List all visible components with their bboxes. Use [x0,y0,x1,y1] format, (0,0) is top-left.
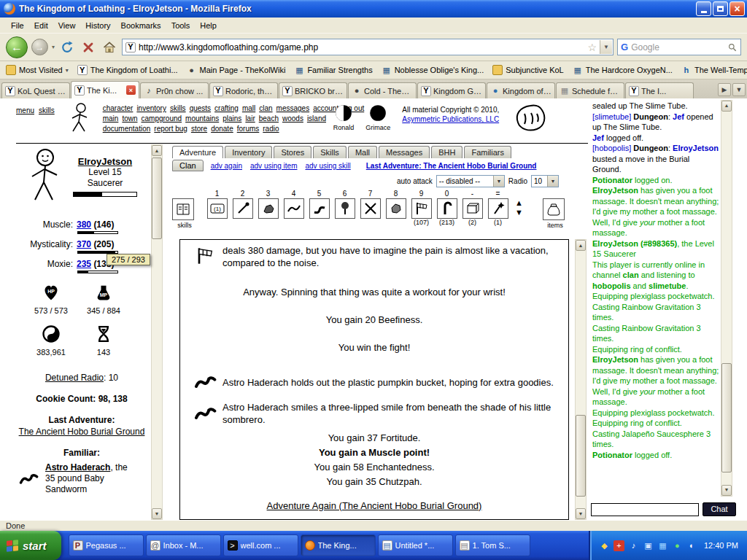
hotbar-slot[interactable]: =(1) [485,190,511,227]
menu-tools[interactable]: Tools [166,19,196,32]
hotbar-slot[interactable]: 2 [230,190,255,227]
hotbar-up-icon[interactable]: ▲ [515,198,523,207]
chat-input[interactable] [591,503,699,516]
start-button[interactable]: start [0,531,61,560]
scrollbar-thumb[interactable] [576,415,586,497]
main-tab-familiars[interactable]: Familiars [464,146,511,158]
menu-bookmarks[interactable]: Bookmarks [116,19,166,32]
menu-file[interactable]: File [6,19,29,32]
top-link-mountains[interactable]: mountains [185,114,219,122]
main-tab-mall[interactable]: Mall [348,146,377,158]
menu-help[interactable]: Help [195,19,222,32]
top-link-clan[interactable]: clan [259,104,272,112]
hotbar-slot[interactable]: 1(1) [204,190,230,227]
main-tab-skills[interactable]: Skills [313,146,347,158]
browser-tab[interactable]: YKingdom Ga... [417,82,486,98]
adventure-again-link[interactable]: Adventure Again (The Ancient Hobo Burial… [267,500,482,511]
search-placeholder[interactable]: Google [631,42,724,52]
bookmark-item[interactable]: Subjunctive KoL [491,63,565,77]
stat-value-link[interactable]: 370 [77,239,91,249]
top-link-town[interactable]: town [122,114,137,122]
hotbar-slot[interactable]: 0(213) [434,190,460,227]
hotbar-slot[interactable]: 5 [306,190,332,227]
top-link-messages[interactable]: messages [276,104,310,112]
familiar-name-link[interactable]: Astro Haderach [45,462,110,472]
radio-select[interactable]: 10▼ [531,175,559,187]
top-link-menu[interactable]: menu [16,106,34,114]
volume-tray-icon[interactable]: ♪ [628,540,639,551]
last-adventure-charpane-link[interactable]: The Ancient Hobo Burial Ground [19,427,145,437]
bookmark-star-icon[interactable]: ☆ [587,42,597,52]
scroll-up-icon[interactable]: ▲ [721,101,732,112]
taskbar-button[interactable]: @Inbox - M... [146,534,221,556]
messenger-tray-icon[interactable]: ● [672,540,683,551]
bookmark-item[interactable]: ▦Noblesse Oblige's King... [380,63,486,77]
hotbar-slot[interactable]: 9(107) [409,190,434,227]
browser-tab[interactable]: ▦Schedule fo... [556,82,624,98]
search-icon[interactable] [727,42,738,52]
mainpane-scrollbar[interactable]: ▲ ▼ [575,239,587,520]
bookmark-item[interactable]: ●Main Page - TheKolWiki [185,63,287,77]
quick-link-adv-again[interactable]: adv again [211,162,242,170]
updates-tray-icon[interactable]: ◆ [599,540,610,551]
hotbar-slot[interactable]: -(2) [460,190,485,227]
top-link-inventory[interactable]: inventory [136,104,166,112]
top-link-mall[interactable]: mall [242,104,255,112]
network-tray-icon[interactable]: ▦ [657,540,668,551]
home-icon[interactable] [101,39,118,56]
hotbar-slot[interactable]: 7 [357,190,383,227]
bookmark-item[interactable]: YThe Kingdom of Loathi... [76,63,179,77]
scrollbar-thumb[interactable] [721,363,732,472]
character-name-link[interactable]: ElroyJetson [78,156,132,167]
taskbar-button[interactable]: ▤1. Tom S... [455,534,530,556]
taskbar-button[interactable]: >well.com ... [223,534,298,556]
maximize-button[interactable] [713,1,728,16]
scroll-down-icon[interactable]: ▼ [721,485,732,496]
chat-scrollbar[interactable]: ▲ ▼ [721,100,732,497]
bookmark-item[interactable]: ▦Familiar Strengths [293,63,374,77]
quick-link-adv-using-skill[interactable]: adv using skill [305,162,350,170]
skills-book-button[interactable]: skills [172,198,197,229]
top-link-island[interactable]: island [307,114,326,122]
browser-tab[interactable]: YThe I... [625,82,694,98]
bookmark-item[interactable]: ▦The Hardcore OxygeN... [571,63,674,77]
stop-icon[interactable] [80,39,97,56]
hotbar-slot[interactable]: 8 [383,190,409,227]
top-link-radio[interactable]: radio [263,125,279,133]
top-link-lair[interactable]: lair [245,114,255,122]
hotbar-slot[interactable]: 3 [255,190,281,227]
display-tray-icon[interactable]: ▣ [643,540,654,551]
main-tab-messages[interactable]: Messages [379,146,430,158]
scroll-down-icon[interactable]: ▼ [576,508,586,519]
antivirus-tray-icon[interactable]: + [614,540,624,551]
hotbar-slot[interactable]: 6 [332,190,357,227]
address-bar[interactable]: Y http://www3.kingdomofloathing.com/game… [122,39,614,55]
top-link-report-bug[interactable]: report bug [154,125,187,133]
top-link-quests[interactable]: quests [190,104,211,112]
scrollbar-thumb[interactable] [152,158,162,239]
power-tray-icon[interactable]: ◐ [686,540,697,551]
browser-tab[interactable]: ♪Pr0n chow ... [140,82,209,98]
tab-list-button[interactable]: ▼ [732,83,746,96]
quick-link-adv-using-item[interactable]: adv using item [250,162,297,170]
bookmark-item[interactable]: hThe Well-Tempered A... [680,63,747,77]
main-tab-bhh[interactable]: BHH [431,146,462,158]
chat-send-button[interactable]: Chat [703,502,736,516]
url-dropdown-icon[interactable]: ▼ [600,40,612,54]
scroll-down-icon[interactable]: ▼ [152,508,162,519]
top-link-forums[interactable]: forums [237,125,260,133]
scroll-up-icon[interactable]: ▲ [152,145,162,156]
top-link-store[interactable]: store [191,125,207,133]
asymmetric-publications-link[interactable]: Asymmetric Publications, LLC [402,115,499,123]
forward-button[interactable]: → [31,39,48,55]
browser-tab[interactable]: YThe Ki...× [71,81,139,98]
auto-attack-select[interactable]: -- disabled --▼ [436,175,505,187]
top-link-campground[interactable]: campground [142,114,182,122]
tab-close-button[interactable]: × [126,85,136,95]
back-button[interactable]: ← [6,36,28,58]
browser-tab[interactable]: YKoL Quest L... [1,82,70,98]
browser-tab[interactable]: ●Cold - TheK... [348,82,417,98]
top-link-donate[interactable]: donate [211,125,233,133]
top-link-crafting[interactable]: crafting [214,104,239,112]
browser-tab[interactable]: YBRICKO bric... [279,82,347,98]
